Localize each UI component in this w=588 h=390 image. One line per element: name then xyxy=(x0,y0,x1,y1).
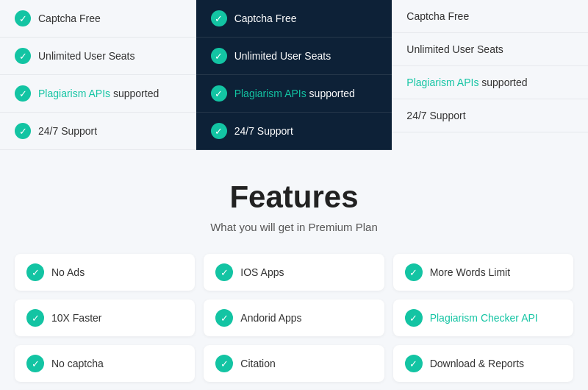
feature-item: ✓More Words Limit xyxy=(393,254,573,291)
pricing-section: ✓ Captcha Free ✓ Unlimited User Seats ✓ … xyxy=(0,0,588,150)
feature-label: 10X Faster xyxy=(51,312,101,324)
user-seats-right: Unlimited User Seats xyxy=(406,43,503,55)
features-grid: ✓No Ads✓IOS Apps✓More Words Limit✓10X Fa… xyxy=(15,254,573,390)
feature-item: ✓Citation xyxy=(204,345,384,382)
pricing-row-captcha-left: ✓ Captcha Free xyxy=(0,0,196,38)
feature-check-icon: ✓ xyxy=(215,309,233,327)
feature-label: IOS Apps xyxy=(240,266,284,278)
api-left: Plagiarism APIs supported xyxy=(38,88,159,99)
check-icon: ✓ xyxy=(15,48,31,64)
pricing-row-captcha-mid: ✓ Captcha Free xyxy=(196,0,392,38)
user-seats-left: Unlimited User Seats xyxy=(38,50,135,62)
pricing-row-support-mid: ✓ 24/7 Support xyxy=(196,113,392,150)
pricing-row-support-left: ✓ 24/7 Support xyxy=(0,113,196,150)
feature-check-icon: ✓ xyxy=(26,355,44,372)
feature-check-icon: ✓ xyxy=(405,355,423,372)
api-right: Plagiarism APIs supported xyxy=(406,77,527,88)
features-title: Features xyxy=(15,180,573,215)
pricing-row-seats-mid: ✓ Unlimited User Seats xyxy=(196,38,392,75)
feature-item: ✓Andorid Apps xyxy=(204,299,384,336)
support-mid: 24/7 Support xyxy=(234,125,293,137)
features-section: Features What you will get in Premium Pl… xyxy=(0,150,588,390)
feature-item: ✓IOS Apps xyxy=(204,254,384,291)
feature-check-icon: ✓ xyxy=(215,263,233,281)
captcha-free-right: Captcha Free xyxy=(406,10,469,22)
support-right: 24/7 Support xyxy=(406,110,465,121)
pricing-col-right: Captcha Free Unlimited User Seats Plagia… xyxy=(392,0,588,150)
pricing-col-middle: ✓ Captcha Free ✓ Unlimited User Seats ✓ … xyxy=(196,0,392,150)
check-icon: ✓ xyxy=(211,10,227,26)
check-icon: ✓ xyxy=(15,123,31,139)
feature-label: Andorid Apps xyxy=(240,312,301,324)
feature-item: ✓Plagiarism Checker API xyxy=(393,299,573,336)
user-seats-mid: Unlimited User Seats xyxy=(234,50,331,62)
pricing-row-captcha-right: Captcha Free xyxy=(392,0,588,33)
support-left: 24/7 Support xyxy=(38,125,97,137)
pricing-row-api-right: Plagiarism APIs supported xyxy=(392,66,588,99)
feature-check-icon: ✓ xyxy=(26,309,44,327)
api-mid: Plagiarism APIs supported xyxy=(234,88,355,99)
check-icon: ✓ xyxy=(211,48,227,64)
pricing-row-support-right: 24/7 Support xyxy=(392,99,588,132)
check-icon: ✓ xyxy=(211,123,227,139)
feature-label: No captcha xyxy=(51,358,104,369)
captcha-free-left: Captcha Free xyxy=(38,13,101,24)
feature-check-icon: ✓ xyxy=(405,309,423,327)
feature-item: ✓Download & Reports xyxy=(393,345,573,382)
api-link-right[interactable]: Plagiarism APIs xyxy=(406,77,478,88)
feature-item: ✓No captcha xyxy=(15,345,195,382)
api-link[interactable]: Plagiarism APIs xyxy=(38,88,110,99)
feature-check-icon: ✓ xyxy=(405,263,423,281)
check-icon: ✓ xyxy=(211,85,227,102)
api-link-mid[interactable]: Plagiarism APIs xyxy=(234,88,306,99)
feature-check-icon: ✓ xyxy=(215,355,233,372)
pricing-row-api-left: ✓ Plagiarism APIs supported xyxy=(0,75,196,113)
pricing-col-left: ✓ Captcha Free ✓ Unlimited User Seats ✓ … xyxy=(0,0,196,150)
features-subtitle: What you will get in Premium Plan xyxy=(15,221,573,233)
feature-item: ✓No Ads xyxy=(15,254,195,291)
feature-label[interactable]: Plagiarism Checker API xyxy=(430,312,538,324)
check-icon: ✓ xyxy=(15,85,31,102)
pricing-row-seats-right: Unlimited User Seats xyxy=(392,33,588,66)
captcha-free-mid: Captcha Free xyxy=(234,13,297,24)
feature-check-icon: ✓ xyxy=(26,263,44,281)
feature-item: ✓10X Faster xyxy=(15,299,195,336)
feature-label: More Words Limit xyxy=(430,266,510,278)
pricing-row-api-mid: ✓ Plagiarism APIs supported xyxy=(196,75,392,113)
feature-label: Download & Reports xyxy=(430,358,524,369)
feature-label: Citation xyxy=(240,358,275,369)
pricing-row-seats-left: ✓ Unlimited User Seats xyxy=(0,38,196,75)
feature-label: No Ads xyxy=(51,266,85,278)
check-icon: ✓ xyxy=(15,10,31,26)
